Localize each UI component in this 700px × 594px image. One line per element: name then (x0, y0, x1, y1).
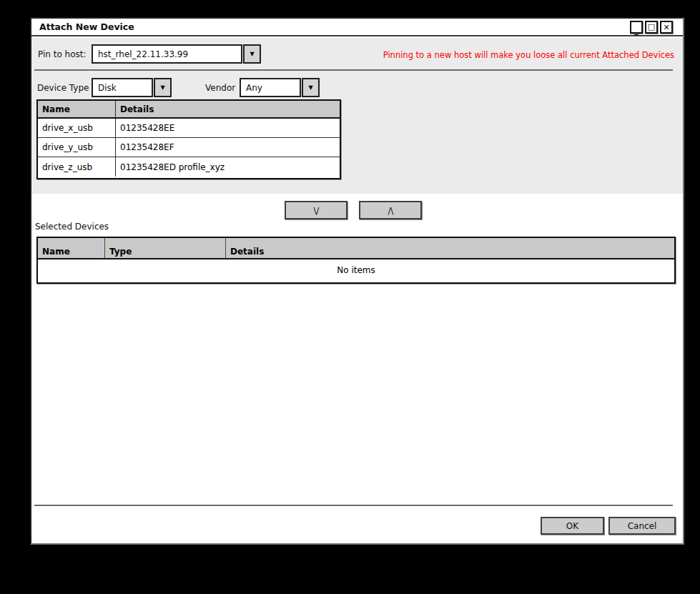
pin-to-host-combobox[interactable]: hst_rhel_22.11.33.99 ▼ (92, 44, 261, 64)
pin-section-panel: Pin to host: hst_rhel_22.11.33.99 ▼ Pinn… (31, 38, 683, 194)
pin-warning-text: Pinning to a new host will make you loos… (383, 50, 674, 60)
move-down-icon: \/ (314, 205, 319, 216)
footer-divider (34, 505, 673, 506)
dropdown-arrow-icon[interactable]: ▼ (243, 44, 261, 64)
column-header-type[interactable]: Type (105, 238, 226, 258)
column-header-details[interactable]: Details (226, 238, 674, 258)
ok-button[interactable]: OK (541, 517, 604, 535)
table-row[interactable]: drive_x_usb 01235428EE (38, 119, 340, 138)
device-name-cell[interactable]: drive_x_usb (38, 119, 116, 137)
device-type-label: Device Type (37, 83, 89, 93)
device-type-value[interactable]: Disk (92, 78, 153, 97)
dialog-title: Attach New Device (31, 21, 134, 32)
vendor-combobox[interactable]: Any ▼ (240, 78, 320, 97)
dropdown-arrow-icon[interactable]: ▼ (302, 78, 320, 97)
attach-new-device-dialog: Attach New Device _ □ ✕ Pin to host: hst… (30, 17, 684, 545)
device-details-cell[interactable]: 01235428ED profile_xyz (116, 157, 340, 177)
dropdown-arrow-icon[interactable]: ▼ (154, 78, 172, 97)
column-header-name[interactable]: Name (38, 101, 116, 117)
dialog-title-bar[interactable]: Attach New Device _ □ ✕ (31, 19, 683, 36)
column-header-details[interactable]: Details (116, 101, 340, 117)
device-details-cell[interactable]: 01235428EE (116, 119, 340, 137)
vendor-value[interactable]: Any (240, 78, 301, 97)
close-icon: ✕ (663, 23, 669, 32)
ok-button-label: OK (566, 521, 578, 531)
pin-to-host-label: Pin to host: (38, 49, 87, 59)
selected-devices-label: Selected Devices (35, 222, 109, 232)
minimize-icon: _ (634, 25, 639, 35)
minimize-button[interactable]: _ (630, 21, 643, 34)
maximize-button[interactable]: □ (645, 21, 658, 34)
device-type-combobox[interactable]: Disk ▼ (92, 78, 172, 97)
move-down-button[interactable]: \/ (285, 201, 347, 219)
close-button[interactable]: ✕ (660, 21, 673, 34)
pin-to-host-value[interactable]: hst_rhel_22.11.33.99 (92, 44, 242, 64)
cancel-button[interactable]: Cancel (608, 517, 676, 535)
table-row[interactable]: drive_z_usb 01235428ED profile_xyz (38, 157, 340, 177)
window-controls: _ □ ✕ (630, 21, 673, 34)
column-header-name[interactable]: Name (38, 238, 105, 258)
device-details-cell[interactable]: 01235428EF (116, 138, 340, 157)
device-name-cell[interactable]: drive_y_usb (38, 138, 116, 157)
pin-section-divider (34, 69, 673, 71)
selected-devices-header: Name Type Details (38, 238, 674, 259)
desktop-background: { "window": { "title": "Attach New Devic… (0, 0, 700, 594)
empty-table-message: No items (38, 259, 674, 281)
selected-devices-table: Name Type Details No items (36, 237, 676, 284)
available-devices-table: Name Details drive_x_usb 01235428EE driv… (36, 99, 341, 179)
vendor-label: Vendor (205, 83, 235, 93)
cancel-button-label: Cancel (628, 521, 657, 531)
table-row[interactable]: drive_y_usb 01235428EF (38, 138, 340, 157)
available-devices-header: Name Details (38, 101, 340, 119)
move-up-icon: /\ (388, 205, 393, 216)
maximize-icon: □ (648, 22, 655, 31)
device-name-cell[interactable]: drive_z_usb (38, 157, 116, 177)
move-up-button[interactable]: /\ (359, 201, 422, 219)
